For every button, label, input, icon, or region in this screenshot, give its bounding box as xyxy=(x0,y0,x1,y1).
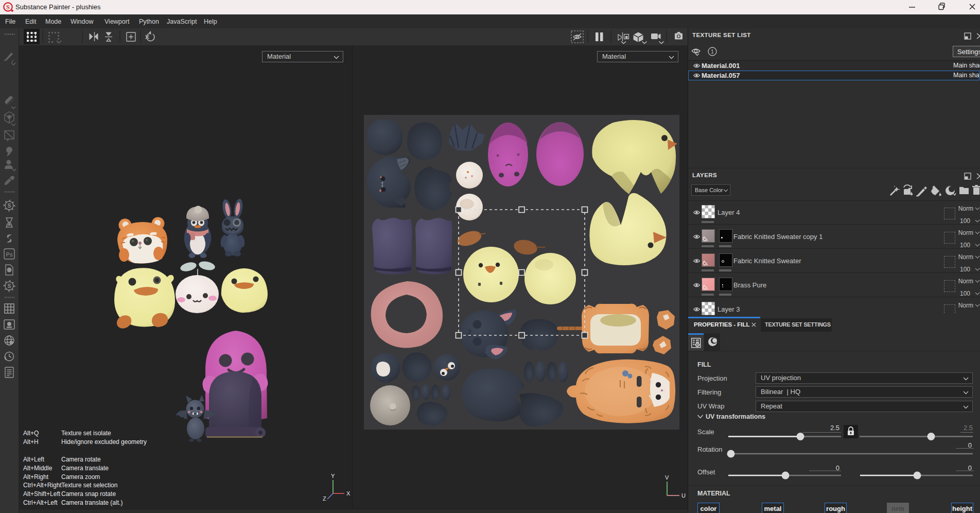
svg-text:Z: Z xyxy=(323,495,326,502)
svg-text:S: S xyxy=(8,283,11,289)
svg-text:Y: Y xyxy=(331,473,335,479)
svg-text:2.5: 2.5 xyxy=(830,424,839,432)
svg-text:U: U xyxy=(681,492,686,499)
svg-text:0: 0 xyxy=(968,441,972,449)
svg-text:Scale: Scale xyxy=(697,428,714,436)
svg-text:S: S xyxy=(6,4,10,11)
svg-text:Offset: Offset xyxy=(697,468,715,476)
svg-text:Rotation: Rotation xyxy=(697,446,722,453)
svg-text:1: 1 xyxy=(711,48,714,55)
svg-text:X: X xyxy=(346,490,351,497)
svg-text:V: V xyxy=(665,474,669,481)
svg-text:S: S xyxy=(8,203,11,209)
svg-text:Ps: Ps xyxy=(6,251,13,258)
svg-text:2.5: 2.5 xyxy=(964,424,973,432)
